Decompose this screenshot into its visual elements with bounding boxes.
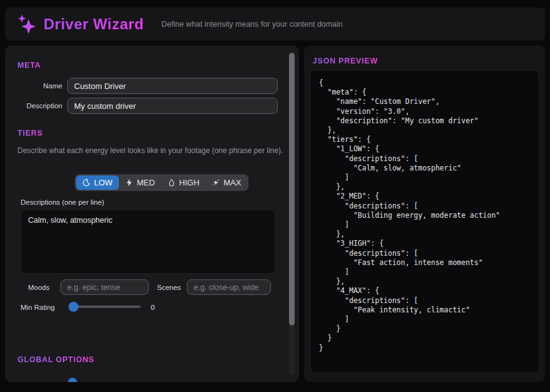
- sparkle-icon: [212, 179, 220, 187]
- descriptions-textarea[interactable]: Calm, slow, atmospheric: [21, 210, 275, 274]
- tab-low[interactable]: LOW: [76, 175, 119, 190]
- tiers-helper-text: Describe what each energy level looks li…: [17, 146, 285, 155]
- page-title: Driver Wizard: [44, 16, 144, 33]
- app-header: Driver Wizard Define what intensity mean…: [5, 7, 545, 40]
- global-options-heading: GLOBAL OPTIONS: [17, 355, 94, 364]
- page-subtitle: Define what intensity means for your con…: [161, 20, 343, 29]
- scenes-label: Scenes: [157, 284, 181, 291]
- tab-max[interactable]: MAX: [206, 175, 247, 190]
- scrollbar-thumb[interactable]: [289, 53, 295, 325]
- tab-low-label: LOW: [94, 178, 113, 187]
- moods-label: Moods: [28, 284, 50, 291]
- min-rating-value: 0: [151, 304, 154, 311]
- moods-scenes-row: Moods Scenes: [5, 279, 299, 296]
- global-option-toggle[interactable]: [68, 378, 77, 382]
- tab-med[interactable]: MED: [119, 175, 161, 190]
- scenes-input[interactable]: [187, 279, 271, 295]
- json-code-block: { "meta": { "name": "Custom Driver", "ve…: [310, 70, 539, 373]
- min-rating-label: Min Rating: [21, 304, 55, 311]
- min-rating-slider[interactable]: [69, 302, 141, 312]
- tab-med-label: MED: [137, 178, 155, 187]
- slider-thumb[interactable]: [69, 302, 78, 312]
- moods-input[interactable]: [60, 279, 149, 295]
- bolt-icon: [125, 179, 133, 187]
- tiers-section-heading: TIERS: [17, 129, 43, 138]
- name-input[interactable]: [67, 78, 278, 94]
- description-input[interactable]: [67, 98, 278, 114]
- description-label: Description: [26, 102, 62, 110]
- tab-max-label: MAX: [224, 178, 241, 187]
- min-rating-row: Min Rating 0: [5, 302, 299, 313]
- wizard-form-panel: META Name Description TIERS Describe wha…: [5, 45, 299, 382]
- flame-icon: [168, 179, 176, 187]
- sparkles-icon: [16, 14, 37, 35]
- tab-high[interactable]: HIGH: [161, 175, 206, 190]
- name-label: Name: [43, 82, 62, 90]
- tab-high-label: HIGH: [179, 178, 200, 187]
- name-field-row: Name: [5, 78, 299, 94]
- description-field-row: Description: [5, 98, 299, 114]
- tier-tab-group: LOW MED HIGH MAX: [75, 174, 249, 191]
- json-code: { "meta": { "name": "Custom Driver", "ve…: [319, 78, 530, 353]
- moon-icon: [82, 179, 90, 187]
- json-preview-panel: JSON PREVIEW { "meta": { "name": "Custom…: [304, 45, 545, 382]
- descriptions-label: Descriptions (one per line): [21, 198, 104, 206]
- meta-section-heading: META: [17, 61, 41, 70]
- slider-track: [69, 306, 141, 308]
- json-preview-heading: JSON PREVIEW: [313, 57, 378, 65]
